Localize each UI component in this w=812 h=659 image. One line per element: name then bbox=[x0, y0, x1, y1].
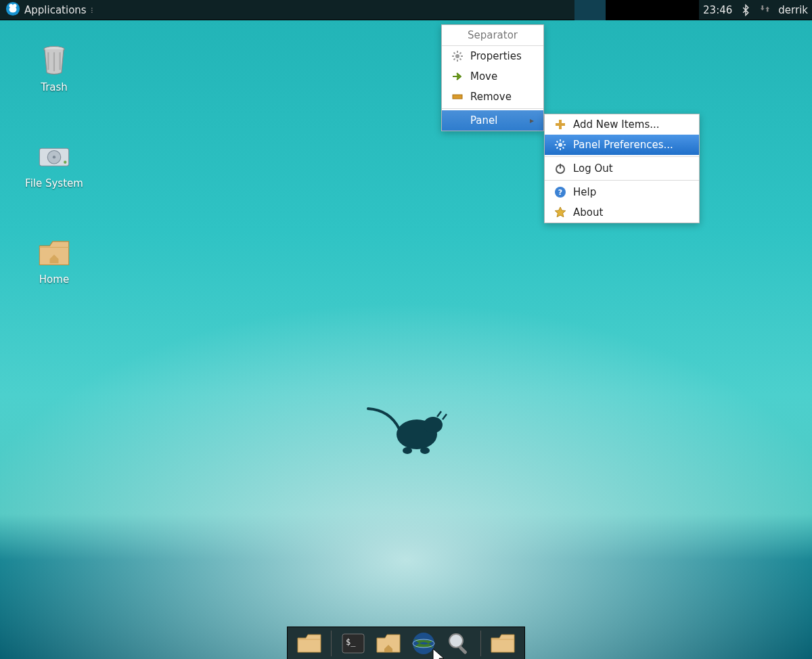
desktop-icon-filesystem[interactable]: File System bbox=[14, 138, 95, 189]
wallpaper bbox=[0, 0, 812, 659]
menu-item-label: Help bbox=[573, 186, 596, 198]
svg-point-25 bbox=[449, 634, 463, 647]
desktop-icon-label: Home bbox=[39, 273, 69, 286]
submenu-item-add-items[interactable]: Add New Items... bbox=[545, 114, 699, 135]
menu-separator bbox=[545, 156, 699, 157]
menu-item-move[interactable]: Move bbox=[442, 66, 543, 87]
svg-text:$_: $_ bbox=[346, 637, 356, 647]
user-name-label: derrik bbox=[778, 4, 808, 16]
menu-item-label: Panel bbox=[470, 114, 497, 127]
menu-header: Separator bbox=[442, 25, 543, 46]
menu-item-properties[interactable]: Properties bbox=[442, 46, 543, 66]
bluetooth-icon[interactable] bbox=[736, 0, 755, 20]
desktop-icon-label: File System bbox=[25, 177, 83, 189]
dock-separator bbox=[331, 631, 332, 656]
svg-point-7 bbox=[13, 3, 17, 7]
workspace-indicator-1[interactable] bbox=[574, 0, 606, 20]
power-icon bbox=[554, 162, 566, 175]
svg-point-6 bbox=[9, 3, 14, 7]
dock-item-folder[interactable] bbox=[293, 630, 325, 657]
drive-icon bbox=[37, 138, 72, 173]
applications-menu-button[interactable]: Applications ⁝ bbox=[0, 0, 99, 20]
submenu-arrow-icon: ▸ bbox=[530, 116, 534, 125]
desktop-icon-trash[interactable]: Trash bbox=[14, 42, 95, 93]
panel-clock[interactable]: 23:46 bbox=[699, 0, 736, 20]
submenu-item-about[interactable]: About bbox=[545, 202, 699, 223]
workspace-indicator-2[interactable] bbox=[606, 0, 637, 20]
menu-item-label: About bbox=[573, 206, 603, 219]
workspace-indicator-4[interactable] bbox=[668, 0, 699, 20]
svg-point-1 bbox=[424, 417, 443, 433]
trash-icon bbox=[37, 42, 72, 77]
arrow-right-icon bbox=[451, 70, 464, 83]
xfce-mouse-logo bbox=[364, 402, 452, 456]
star-icon bbox=[554, 206, 566, 219]
workspace-indicator-3[interactable] bbox=[637, 0, 668, 20]
gear-icon bbox=[554, 139, 566, 151]
menu-indicator-icon: ⁝ bbox=[91, 5, 93, 15]
menu-separator bbox=[442, 108, 543, 109]
menu-separator bbox=[545, 180, 699, 181]
submenu-item-help[interactable]: ? Help bbox=[545, 182, 699, 202]
remove-icon bbox=[451, 91, 464, 103]
svg-text:?: ? bbox=[558, 188, 562, 197]
menu-item-label: Move bbox=[470, 70, 497, 83]
gear-icon bbox=[451, 50, 464, 62]
svg-point-23 bbox=[413, 633, 434, 654]
svg-rect-26 bbox=[458, 645, 467, 654]
network-icon[interactable] bbox=[755, 0, 774, 20]
dock-item-file-manager[interactable] bbox=[372, 630, 405, 657]
svg-point-3 bbox=[420, 447, 430, 454]
folder-home-icon bbox=[37, 234, 72, 269]
dock-item-search[interactable] bbox=[443, 630, 475, 657]
svg-point-17 bbox=[558, 143, 562, 147]
mouse-cursor bbox=[432, 648, 446, 659]
desktop-icon-label: Trash bbox=[41, 81, 68, 93]
submenu-item-panel-preferences[interactable]: Panel Preferences... bbox=[545, 135, 699, 155]
help-icon: ? bbox=[554, 186, 566, 198]
panel-context-menu: Separator Properties Move Remove Panel ▸ bbox=[441, 24, 544, 131]
panel-submenu: Add New Items... Panel Preferences... Lo… bbox=[544, 114, 700, 223]
menu-item-label: Remove bbox=[470, 91, 512, 103]
svg-rect-16 bbox=[556, 123, 565, 126]
user-menu-button[interactable]: derrik bbox=[774, 0, 812, 20]
svg-point-2 bbox=[403, 447, 412, 454]
desktop-icon-home[interactable]: Home bbox=[14, 234, 95, 286]
bottom-dock: $_ bbox=[287, 627, 525, 659]
dock-separator bbox=[480, 631, 481, 656]
top-panel: Applications ⁝ 23:46 derrik bbox=[0, 0, 812, 20]
submenu-item-logout[interactable]: Log Out bbox=[545, 158, 699, 179]
svg-point-13 bbox=[455, 54, 459, 58]
menu-item-label: Log Out bbox=[573, 162, 613, 175]
blank-icon bbox=[451, 114, 464, 127]
xfce-logo-icon bbox=[5, 1, 20, 19]
applications-menu-label: Applications bbox=[24, 4, 87, 16]
menu-item-panel[interactable]: Panel ▸ bbox=[442, 110, 543, 131]
dock-item-folder-2[interactable] bbox=[487, 630, 519, 657]
plus-icon bbox=[554, 118, 566, 131]
menu-item-remove[interactable]: Remove bbox=[442, 87, 543, 107]
menu-item-label: Add New Items... bbox=[573, 118, 660, 131]
menu-item-label: Properties bbox=[470, 50, 522, 62]
dock-item-terminal[interactable]: $_ bbox=[337, 630, 369, 657]
svg-rect-14 bbox=[453, 95, 462, 99]
svg-point-12 bbox=[64, 161, 66, 164]
svg-point-11 bbox=[53, 156, 55, 158]
menu-item-label: Panel Preferences... bbox=[573, 139, 673, 151]
